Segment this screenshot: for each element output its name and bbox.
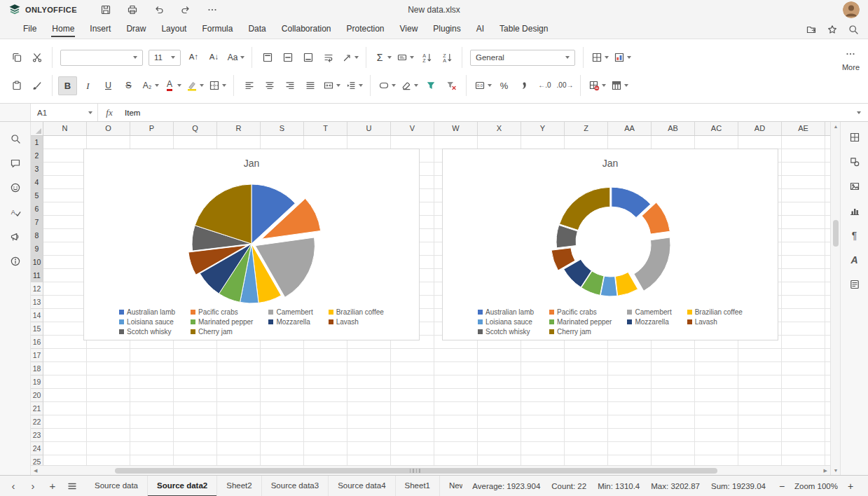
quick-access-more-button[interactable] bbox=[205, 2, 220, 18]
column-header-X[interactable]: X bbox=[478, 122, 521, 135]
feedback-button[interactable] bbox=[7, 228, 24, 245]
row-header-2[interactable]: 2 bbox=[31, 149, 43, 163]
print-button[interactable] bbox=[125, 2, 140, 18]
column-header-O[interactable]: O bbox=[87, 122, 130, 135]
insert-function-button[interactable]: Σ bbox=[372, 48, 393, 67]
clear-button[interactable] bbox=[399, 76, 420, 95]
sheet-scroll-left-button[interactable]: ‹ bbox=[4, 477, 22, 495]
vertical-scroll-thumb[interactable] bbox=[833, 220, 839, 247]
redo-button[interactable] bbox=[178, 2, 193, 18]
menu-tab-draw[interactable]: Draw bbox=[118, 20, 153, 39]
align-center-button[interactable] bbox=[260, 76, 279, 95]
underline-button[interactable]: U bbox=[99, 76, 118, 95]
sheet-list-button[interactable] bbox=[63, 477, 81, 495]
column-header-AA[interactable]: AA bbox=[608, 122, 652, 135]
slice-cherry-jam[interactable] bbox=[560, 187, 610, 230]
row-header-22[interactable]: 22 bbox=[31, 415, 43, 429]
row-header-16[interactable]: 16 bbox=[31, 336, 43, 349]
vertical-scrollbar[interactable]: ▲ ▼ bbox=[830, 122, 840, 475]
sheet-tab-sheet2[interactable]: Sheet2 bbox=[217, 476, 261, 496]
column-header-Z[interactable]: Z bbox=[565, 122, 608, 135]
column-header-P[interactable]: P bbox=[130, 122, 174, 135]
percent-style-button[interactable]: % bbox=[495, 76, 514, 95]
menu-tab-formula[interactable]: Formula bbox=[194, 20, 240, 39]
sheet-scroll-right-button[interactable]: › bbox=[24, 477, 42, 495]
column-header-S[interactable]: S bbox=[261, 122, 304, 135]
menu-tab-plugins[interactable]: Plugins bbox=[425, 20, 468, 39]
menu-tab-table-design[interactable]: Table Design bbox=[492, 20, 556, 39]
row-header-7[interactable]: 7 bbox=[31, 216, 43, 229]
named-ranges-button[interactable] bbox=[394, 48, 415, 67]
delete-cells-button[interactable] bbox=[586, 76, 607, 95]
zoom-out-button[interactable]: − bbox=[776, 478, 788, 494]
menu-tab-insert[interactable]: Insert bbox=[82, 20, 118, 39]
about-button[interactable] bbox=[7, 253, 24, 270]
cell-name-box[interactable]: A1 bbox=[31, 104, 98, 121]
row-header-12[interactable]: 12 bbox=[31, 282, 43, 296]
font-color-button[interactable]: A bbox=[162, 76, 183, 95]
row-header-19[interactable]: 19 bbox=[31, 376, 43, 389]
sort-ascending-button[interactable]: AZ bbox=[417, 48, 436, 67]
filter-button[interactable] bbox=[421, 76, 440, 95]
zoom-in-button[interactable]: + bbox=[844, 478, 857, 494]
row-header-3[interactable]: 3 bbox=[31, 163, 43, 176]
horizontal-scrollbar[interactable]: ◀ ▶ bbox=[31, 465, 830, 475]
column-header-T[interactable]: T bbox=[304, 122, 347, 135]
search-button[interactable] bbox=[7, 130, 24, 147]
copy-style-button[interactable] bbox=[27, 76, 46, 95]
scroll-left-arrow-icon[interactable]: ◀ bbox=[34, 466, 37, 475]
sheet-tab-new[interactable]: New bbox=[440, 476, 462, 496]
image-settings-button[interactable] bbox=[846, 178, 863, 195]
increase-decimal-button[interactable]: ←.0 bbox=[535, 76, 554, 95]
menu-tab-collaboration[interactable]: Collaboration bbox=[274, 20, 339, 39]
menu-tab-home[interactable]: Home bbox=[44, 20, 82, 39]
align-right-button[interactable] bbox=[280, 76, 299, 95]
borders-button[interactable] bbox=[207, 76, 228, 95]
column-header-R[interactable]: R bbox=[217, 122, 261, 135]
slice-camembert[interactable] bbox=[634, 237, 670, 291]
insert-shape-button[interactable] bbox=[376, 76, 397, 95]
row-header-15[interactable]: 15 bbox=[31, 322, 43, 336]
sheet-tab-source-data3[interactable]: Source data3 bbox=[262, 476, 329, 496]
align-bottom-button[interactable] bbox=[298, 48, 317, 67]
scroll-right-arrow-icon[interactable]: ▶ bbox=[824, 466, 827, 475]
text-orientation-button[interactable] bbox=[339, 48, 360, 67]
row-header-1[interactable]: 1 bbox=[31, 136, 43, 149]
format-as-table-button[interactable] bbox=[609, 76, 630, 95]
insert-cells-button[interactable] bbox=[589, 48, 610, 67]
row-header-20[interactable]: 20 bbox=[31, 389, 43, 402]
decrease-decimal-button[interactable]: .00→ bbox=[556, 76, 574, 95]
font-name-combo[interactable] bbox=[60, 50, 143, 66]
column-header-W[interactable]: W bbox=[434, 122, 478, 135]
align-top-button[interactable] bbox=[258, 48, 277, 67]
align-justify-button[interactable] bbox=[301, 76, 319, 95]
menu-tab-protection[interactable]: Protection bbox=[339, 20, 392, 39]
column-header-AD[interactable]: AD bbox=[738, 122, 782, 135]
column-header-AB[interactable]: AB bbox=[652, 122, 695, 135]
paste-button[interactable] bbox=[7, 76, 26, 95]
cell-settings-button[interactable] bbox=[846, 129, 863, 146]
slice-brazilian-coffee[interactable] bbox=[615, 273, 638, 296]
chat-button[interactable] bbox=[7, 179, 24, 196]
column-header-AC[interactable]: AC bbox=[695, 122, 738, 135]
align-middle-button[interactable] bbox=[278, 48, 297, 67]
favorite-button[interactable] bbox=[825, 22, 840, 37]
subscript-superscript-button[interactable]: A₂ bbox=[139, 76, 160, 95]
sort-descending-button[interactable]: ZA bbox=[437, 48, 456, 67]
menu-tab-view[interactable]: View bbox=[392, 20, 426, 39]
sheet-tab-source-data2[interactable]: Source data2 bbox=[148, 476, 217, 496]
chart-settings-button[interactable] bbox=[846, 202, 863, 219]
cut-button[interactable] bbox=[27, 48, 46, 67]
menu-tab-data[interactable]: Data bbox=[240, 20, 273, 39]
search-button[interactable] bbox=[846, 22, 861, 37]
strikethrough-button[interactable]: S bbox=[119, 76, 138, 95]
highlight-color-button[interactable] bbox=[184, 76, 205, 95]
user-avatar[interactable] bbox=[843, 1, 860, 18]
change-case-button[interactable]: Aa bbox=[225, 48, 246, 67]
spellcheck-button[interactable]: A bbox=[7, 204, 24, 221]
scroll-down-arrow-icon[interactable]: ▼ bbox=[831, 468, 841, 473]
conditional-formatting-button[interactable] bbox=[612, 48, 633, 67]
column-header-N[interactable]: N bbox=[43, 122, 87, 135]
sheet-tab-source-data4[interactable]: Source data4 bbox=[329, 476, 395, 496]
scroll-up-arrow-icon[interactable]: ▲ bbox=[831, 124, 841, 129]
